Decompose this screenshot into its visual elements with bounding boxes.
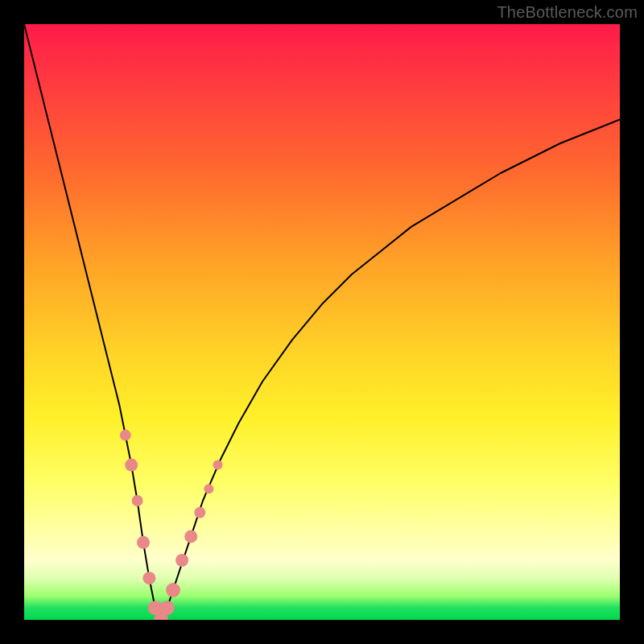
bottleneck-curve-markers bbox=[120, 430, 223, 620]
curve-marker bbox=[160, 601, 175, 615]
curve-marker bbox=[184, 530, 197, 543]
curve-marker bbox=[213, 460, 223, 470]
bottleneck-curve-line bbox=[24, 24, 620, 620]
curve-marker bbox=[137, 536, 150, 549]
curve-marker bbox=[142, 572, 155, 584]
chart-frame: TheBottleneck.com bbox=[0, 0, 644, 644]
curve-marker bbox=[120, 430, 131, 441]
curve-marker bbox=[175, 554, 188, 567]
curve-marker bbox=[132, 495, 143, 506]
curve-marker bbox=[166, 583, 180, 597]
curve-marker bbox=[194, 507, 205, 518]
curve-marker bbox=[125, 459, 138, 472]
watermark-text: TheBottleneck.com bbox=[497, 3, 638, 22]
chart-svg bbox=[24, 24, 620, 620]
curve-marker bbox=[204, 484, 213, 493]
plot-area bbox=[24, 24, 620, 620]
